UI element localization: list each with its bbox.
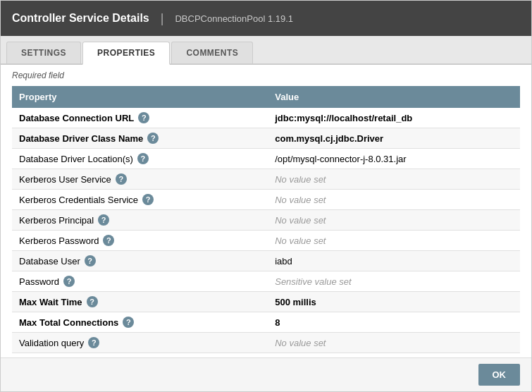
value-cell: No value set bbox=[268, 210, 520, 231]
controller-service-dialog: Controller Service Details | DBCPConnect… bbox=[0, 0, 532, 392]
help-icon[interactable]: ? bbox=[116, 173, 127, 185]
help-icon[interactable]: ? bbox=[123, 317, 134, 328]
value-cell: 500 millis bbox=[268, 292, 520, 312]
value-cell: Sensitive value set bbox=[268, 271, 520, 292]
help-icon[interactable]: ? bbox=[85, 255, 96, 267]
dialog-subtitle: DBCPConnectionPool 1.19.1 bbox=[175, 13, 293, 24]
value-cell: No value set bbox=[268, 231, 520, 251]
property-cell: Kerberos Credentials Service? bbox=[12, 190, 268, 210]
property-name: Database Driver Class Name bbox=[19, 133, 143, 144]
property-cell: Validation query? bbox=[12, 333, 268, 353]
value-cell: No value set bbox=[268, 333, 520, 353]
col-property: Property bbox=[12, 86, 268, 108]
table-row: Validation query?No value set bbox=[12, 333, 520, 353]
col-value: Value bbox=[268, 86, 520, 108]
property-name: Kerberos Password bbox=[19, 235, 99, 246]
property-cell: Password? bbox=[12, 271, 268, 292]
properties-table: Property Value Database Connection URL?j… bbox=[12, 86, 520, 357]
table-row: Max Wait Time?500 millis bbox=[12, 292, 520, 312]
property-name: Validation query bbox=[19, 338, 84, 348]
value-cell: 8 bbox=[268, 312, 520, 333]
table-row: Password?Sensitive value set bbox=[12, 271, 520, 292]
property-cell: Kerberos User Service? bbox=[12, 169, 268, 190]
value-cell: jdbc:mysql://localhost/retail_db bbox=[268, 108, 520, 128]
table-row: Kerberos User Service?No value set bbox=[12, 169, 520, 190]
table-row: Kerberos Password?No value set bbox=[12, 231, 520, 251]
property-name: Max Total Connections bbox=[19, 317, 118, 328]
tab-properties[interactable]: PROPERTIES bbox=[82, 42, 170, 65]
property-name: Password bbox=[19, 276, 59, 287]
table-row: Database User?iabd bbox=[12, 251, 520, 271]
value-cell: /opt/mysql-connector-j-8.0.31.jar bbox=[268, 149, 520, 169]
help-icon[interactable]: ? bbox=[138, 112, 149, 123]
table-row: Database Driver Location(s)?/opt/mysql-c… bbox=[12, 149, 520, 169]
property-name: Kerberos User Service bbox=[19, 174, 111, 185]
tabs-bar: SETTINGS PROPERTIES COMMENTS bbox=[1, 36, 531, 65]
help-icon[interactable]: ? bbox=[87, 296, 98, 307]
header-separator: | bbox=[161, 11, 164, 26]
property-cell: Max Total Connections? bbox=[12, 312, 268, 333]
table-header-row: Property Value bbox=[12, 86, 520, 108]
property-cell: Database Connection URL? bbox=[12, 108, 268, 128]
dialog-footer: OK bbox=[1, 357, 531, 391]
property-name: Kerberos Principal bbox=[19, 215, 94, 226]
value-cell: No value set bbox=[268, 190, 520, 210]
help-icon[interactable]: ? bbox=[103, 235, 114, 246]
ok-button[interactable]: OK bbox=[478, 364, 521, 386]
tab-settings[interactable]: SETTINGS bbox=[6, 42, 81, 63]
property-name: Kerberos Credentials Service bbox=[19, 195, 138, 205]
value-cell: com.mysql.cj.jdbc.Driver bbox=[268, 128, 520, 149]
property-name: Database Driver Location(s) bbox=[19, 154, 133, 164]
tab-comments[interactable]: COMMENTS bbox=[171, 42, 253, 63]
property-name: Database User bbox=[19, 256, 80, 267]
property-cell: Max Wait Time? bbox=[12, 292, 268, 312]
property-cell: Kerberos Password? bbox=[12, 231, 268, 251]
value-cell: iabd bbox=[268, 251, 520, 271]
dialog-title: Controller Service Details bbox=[12, 12, 149, 25]
help-icon[interactable]: ? bbox=[142, 194, 154, 205]
dialog-header: Controller Service Details | DBCPConnect… bbox=[1, 1, 531, 36]
property-cell: Database User? bbox=[12, 251, 268, 271]
property-name: Max Wait Time bbox=[19, 297, 82, 307]
table-row: Kerberos Credentials Service?No value se… bbox=[12, 190, 520, 210]
table-row: Database Driver Class Name?com.mysql.cj.… bbox=[12, 128, 520, 149]
help-icon[interactable]: ? bbox=[137, 153, 149, 164]
help-icon[interactable]: ? bbox=[147, 133, 159, 144]
property-cell: Database Driver Location(s)? bbox=[12, 149, 268, 169]
table-row: Database Connection URL?jdbc:mysql://loc… bbox=[12, 108, 520, 128]
help-icon[interactable]: ? bbox=[98, 214, 109, 226]
table-row: Kerberos Principal?No value set bbox=[12, 210, 520, 231]
property-name: Database Connection URL bbox=[19, 113, 134, 123]
help-icon[interactable]: ? bbox=[63, 276, 75, 287]
value-cell: No value set bbox=[268, 169, 520, 190]
property-cell: Database Driver Class Name? bbox=[12, 128, 268, 149]
help-icon[interactable]: ? bbox=[88, 337, 99, 348]
required-field-notice: Required field bbox=[1, 65, 531, 86]
properties-table-container: Property Value Database Connection URL?j… bbox=[1, 86, 531, 357]
property-cell: Kerberos Principal? bbox=[12, 210, 268, 231]
table-row: Max Total Connections?8 bbox=[12, 312, 520, 333]
